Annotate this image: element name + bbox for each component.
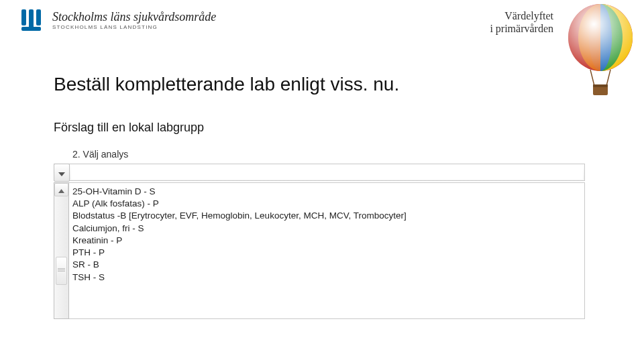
svg-rect-9 bbox=[593, 84, 608, 87]
svg-point-5 bbox=[568, 4, 633, 71]
chevron-up-icon bbox=[58, 184, 64, 196]
tagline-line2: i primärvården bbox=[490, 22, 553, 35]
svg-rect-3 bbox=[21, 27, 41, 31]
svg-line-6 bbox=[590, 70, 594, 86]
page-subtitle: Förslag till en lokal labgrupp bbox=[54, 121, 204, 135]
svg-rect-1 bbox=[29, 9, 34, 29]
org-subtitle: STOCKHOLMS LÄNS LANDSTING bbox=[52, 25, 216, 30]
list-item[interactable]: PTH - P bbox=[72, 247, 580, 259]
search-row bbox=[54, 164, 585, 181]
list-item[interactable]: Calciumjon, fri - S bbox=[72, 223, 580, 235]
sll-logo-icon bbox=[19, 7, 44, 35]
org-name: Stockholms läns sjukvårdsområde bbox=[52, 11, 216, 23]
svg-rect-2 bbox=[36, 9, 41, 25]
tagline-line1: Värdelyftet bbox=[490, 9, 553, 22]
analysis-list: 25-OH-Vitamin D - S ALP (Alk fosfatas) -… bbox=[72, 186, 580, 284]
analysis-list-frame: 25-OH-Vitamin D - S ALP (Alk fosfatas) -… bbox=[54, 182, 585, 319]
tagline: Värdelyftet i primärvården bbox=[490, 9, 553, 35]
list-item[interactable]: ALP (Alk fosfatas) - P bbox=[72, 198, 580, 210]
list-item[interactable]: Kreatinin - P bbox=[72, 235, 580, 247]
analysis-search-input[interactable] bbox=[71, 165, 583, 180]
list-item[interactable]: Blodstatus -B [Erytrocyter, EVF, Hemoglo… bbox=[72, 210, 580, 222]
panel-heading: 2. Välj analys bbox=[72, 149, 128, 160]
list-item[interactable]: TSH - S bbox=[72, 272, 580, 284]
analysis-panel: 2. Välj analys 25-OH-V bbox=[54, 145, 585, 319]
balloon-icon bbox=[564, 4, 637, 107]
list-item[interactable]: 25-OH-Vitamin D - S bbox=[72, 186, 580, 198]
list-item[interactable]: SR - B bbox=[72, 259, 580, 271]
header: Stockholms läns sjukvårdsområde STOCKHOL… bbox=[19, 7, 216, 35]
scroll-up-button[interactable] bbox=[54, 183, 68, 196]
dropdown-button[interactable] bbox=[54, 164, 70, 182]
svg-line-7 bbox=[606, 70, 610, 86]
scrollbar[interactable] bbox=[54, 182, 69, 319]
page-title: Beställ kompletterande lab enligt viss. … bbox=[54, 74, 399, 95]
scroll-thumb[interactable] bbox=[56, 257, 67, 285]
svg-rect-0 bbox=[21, 9, 26, 25]
chevron-down-icon bbox=[58, 167, 65, 179]
